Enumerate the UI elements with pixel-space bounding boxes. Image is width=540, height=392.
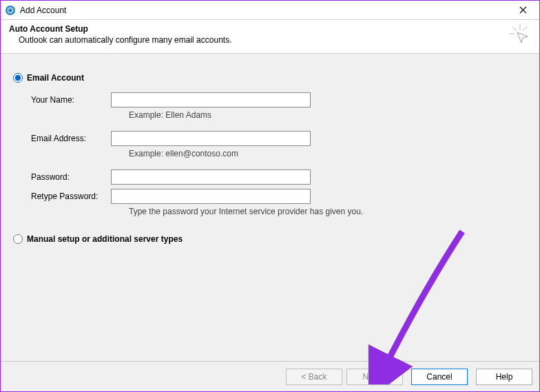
back-button[interactable]: < Back — [286, 369, 342, 385]
outlook-icon — [5, 5, 16, 16]
email-label: Email Address: — [31, 134, 111, 143]
radio-manual-setup[interactable] — [13, 234, 23, 244]
wizard-footer: < Back Next > Cancel Help — [1, 361, 539, 391]
email-hint: Example: ellen@contoso.com — [129, 149, 527, 158]
svg-line-6 — [512, 27, 517, 30]
cancel-button[interactable]: Cancel — [411, 369, 468, 385]
email-account-form: Your Name: Example: Ellen Adams Email Ad… — [31, 92, 527, 216]
your-name-input[interactable] — [111, 92, 311, 107]
your-name-hint: Example: Ellen Adams — [129, 110, 527, 120]
next-button[interactable]: Next > — [346, 369, 403, 385]
your-name-label: Your Name: — [31, 95, 111, 105]
radio-email-account-label: Email Account — [27, 73, 84, 83]
window-title: Add Account — [20, 6, 509, 15]
option-manual-setup[interactable]: Manual setup or additional server types — [13, 234, 527, 244]
svg-line-5 — [523, 27, 527, 30]
titlebar: Add Account — [1, 1, 539, 20]
annotation-arrow-icon — [352, 226, 476, 384]
retype-password-input[interactable] — [111, 189, 311, 204]
svg-point-2 — [8, 8, 12, 12]
header-subtitle: Outlook can automatically configure many… — [19, 35, 232, 45]
radio-email-account[interactable] — [13, 73, 23, 83]
close-icon — [519, 5, 527, 16]
retype-password-label: Retype Password: — [31, 192, 111, 201]
password-hint: Type the password your Internet service … — [129, 207, 527, 216]
option-email-account[interactable]: Email Account — [13, 73, 527, 83]
header-title: Auto Account Setup — [9, 24, 232, 34]
email-input[interactable] — [111, 131, 311, 146]
cursor-click-icon — [509, 24, 531, 46]
radio-manual-setup-label: Manual setup or additional server types — [27, 234, 183, 244]
help-button[interactable]: Help — [476, 369, 532, 385]
password-label: Password: — [31, 172, 111, 182]
close-button[interactable] — [509, 1, 537, 19]
add-account-window: Add Account Auto Account Setup Outlook c… — [0, 0, 540, 392]
wizard-header: Auto Account Setup Outlook can automatic… — [1, 20, 539, 54]
wizard-body: Email Account Your Name: Example: Ellen … — [1, 54, 539, 361]
password-input[interactable] — [111, 169, 311, 185]
